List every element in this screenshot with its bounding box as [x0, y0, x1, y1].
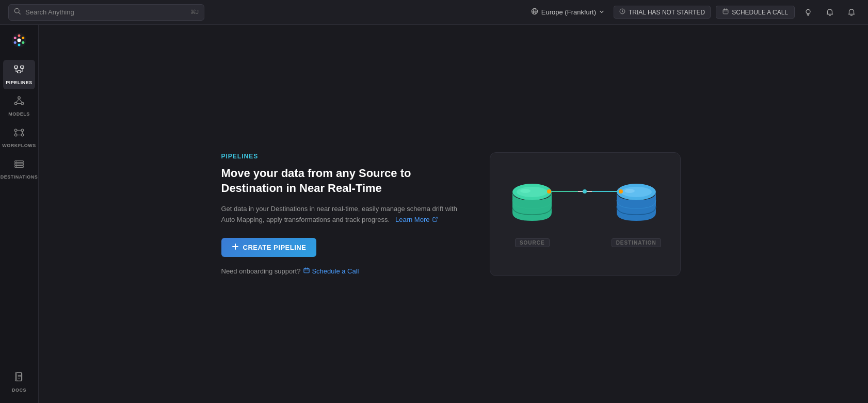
sidebar-item-models-label: MODELS — [8, 111, 30, 117]
onboarding-description: Get data in your Destinations in near re… — [221, 204, 459, 225]
models-icon — [13, 95, 25, 109]
calendar-icon — [722, 8, 729, 16]
svg-point-23 — [18, 39, 21, 42]
source-stack — [509, 181, 555, 232]
trial-label: TRIAL HAS NOT STARTED — [629, 9, 705, 16]
svg-point-32 — [14, 102, 17, 105]
connection-line — [549, 191, 620, 192]
svg-rect-45 — [15, 161, 24, 163]
schedule-call-link[interactable]: Schedule a Call — [303, 267, 359, 275]
svg-point-64 — [520, 189, 531, 193]
sidebar-item-models[interactable]: MODELS — [3, 91, 35, 121]
app-logo[interactable] — [10, 31, 28, 50]
region-selector[interactable]: Europe (Frankfurt) — [527, 6, 608, 19]
onboarding-text: PIPELINES Move your data from any Source… — [221, 153, 459, 275]
sidebar-item-pipelines[interactable]: PIPELINES — [3, 60, 35, 89]
svg-point-17 — [18, 35, 21, 37]
search-icon — [14, 8, 21, 17]
layout: PIPELINES MODELS — [0, 25, 868, 403]
notifications-icon-button[interactable] — [822, 4, 838, 21]
sidebar: PIPELINES MODELS — [0, 25, 39, 403]
trial-badge[interactable]: TRIAL HAS NOT STARTED — [614, 6, 711, 19]
create-pipeline-label: CREATE PIPELINE — [243, 244, 307, 251]
topnav: Search Anything ⌘J Europe (Frankfurt) — [0, 0, 868, 25]
search-shortcut: ⌘J — [190, 9, 199, 15]
illustration-inner: SOURCE — [509, 181, 661, 247]
source-label: SOURCE — [515, 238, 550, 247]
svg-point-37 — [14, 129, 17, 132]
schedule-call-topnav-button[interactable]: SCHEDULE A CALL — [716, 6, 795, 19]
dest-db-svg — [613, 181, 660, 232]
calendar-small-icon — [303, 267, 310, 275]
sidebar-item-workflows[interactable]: WORKFLOWS — [3, 123, 35, 152]
search-bar[interactable]: Search Anything ⌘J — [8, 4, 204, 21]
globe-icon — [531, 8, 538, 17]
topnav-right: Europe (Frankfurt) TRIAL HAS NOT STARTED — [527, 4, 860, 21]
illustration-box: SOURCE — [490, 152, 681, 276]
svg-point-67 — [624, 189, 635, 193]
pipelines-icon — [13, 64, 25, 78]
svg-rect-10 — [723, 9, 728, 14]
svg-point-49 — [17, 164, 17, 164]
destination-label: DESTINATION — [612, 238, 661, 247]
svg-point-18 — [22, 37, 24, 39]
main-content: PIPELINES Move your data from any Source… — [39, 25, 868, 403]
svg-line-1 — [19, 12, 20, 14]
onboarding-support: Need onboarding support? Schedule a Call — [221, 267, 459, 275]
support-text: Need onboarding support? — [221, 267, 301, 275]
bulb-icon-button[interactable] — [800, 4, 816, 21]
onboarding-card: PIPELINES Move your data from any Source… — [221, 152, 686, 276]
sidebar-item-destinations-label: DESTINATIONS — [1, 174, 38, 180]
destination-stack — [613, 181, 660, 232]
svg-point-50 — [17, 166, 17, 167]
destinations-icon — [13, 158, 25, 172]
svg-line-9 — [622, 11, 623, 12]
svg-rect-26 — [18, 71, 21, 73]
svg-rect-25 — [21, 66, 24, 69]
svg-point-22 — [14, 37, 17, 39]
chevron-down-icon — [599, 8, 604, 16]
svg-line-34 — [16, 99, 19, 103]
svg-point-20 — [18, 44, 21, 46]
schedule-call-label: Schedule a Call — [312, 267, 359, 275]
svg-point-48 — [17, 162, 17, 162]
svg-line-35 — [19, 99, 22, 103]
svg-point-21 — [14, 41, 17, 44]
docs-icon — [13, 372, 25, 385]
sidebar-item-docs-label: DOCS — [12, 388, 26, 393]
plus-icon — [232, 243, 239, 252]
workflows-icon — [13, 127, 25, 141]
onboarding-title: Move your data from any Source to Destin… — [221, 166, 459, 196]
learn-more-link[interactable]: Learn More — [393, 216, 438, 223]
sidebar-item-docs[interactable]: DOCS — [3, 367, 35, 397]
search-placeholder-text: Search Anything — [25, 8, 74, 16]
schedule-call-topnav-label: SCHEDULE A CALL — [732, 9, 788, 16]
sidebar-item-pipelines-label: PIPELINES — [6, 80, 33, 85]
svg-point-40 — [21, 134, 24, 136]
section-label: PIPELINES — [221, 153, 459, 160]
sidebar-item-workflows-label: WORKFLOWS — [2, 143, 36, 148]
sidebar-item-destinations[interactable]: DESTINATIONS — [3, 154, 35, 184]
svg-rect-47 — [15, 166, 24, 168]
conn-dot-mid — [583, 189, 587, 194]
svg-rect-24 — [14, 66, 18, 69]
region-label: Europe (Frankfurt) — [541, 8, 596, 16]
svg-point-33 — [21, 102, 24, 105]
svg-point-14 — [806, 9, 810, 13]
clock-icon — [619, 8, 625, 16]
source-db-svg — [509, 181, 555, 232]
create-pipeline-button[interactable]: CREATE PIPELINE — [221, 238, 317, 257]
external-link-icon — [432, 216, 438, 224]
bell-icon-button[interactable] — [843, 4, 860, 21]
svg-point-39 — [14, 134, 17, 136]
svg-point-38 — [21, 129, 24, 132]
svg-rect-58 — [304, 268, 309, 273]
svg-rect-46 — [15, 163, 24, 165]
svg-point-31 — [18, 96, 21, 99]
conn-dot-right — [619, 189, 623, 194]
svg-point-19 — [22, 41, 24, 44]
